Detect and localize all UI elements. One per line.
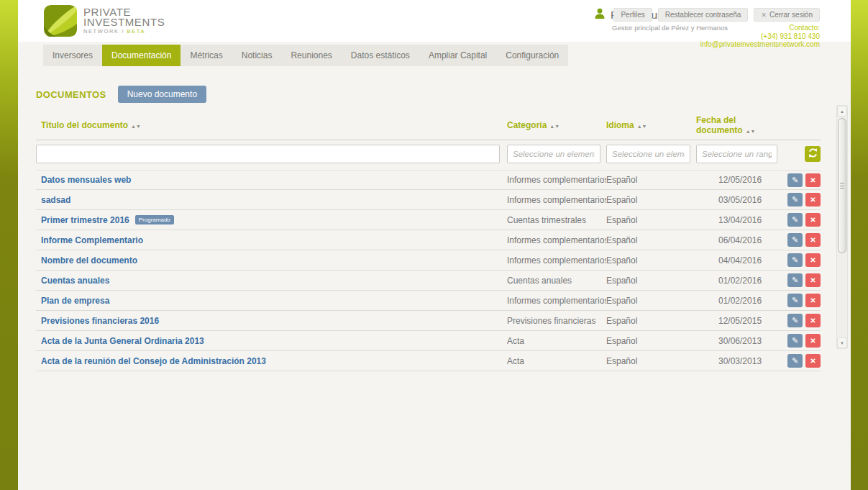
document-language: Español (606, 215, 696, 225)
delete-button[interactable]: ✕ (805, 334, 821, 348)
edit-button[interactable]: ✎ (787, 273, 803, 287)
document-category: Acta (507, 356, 606, 366)
document-link[interactable]: Primer trimestre 2016 (41, 215, 129, 225)
document-language: Español (606, 316, 696, 326)
document-language: Español (606, 195, 696, 205)
document-category: Informes complementarios (507, 296, 606, 306)
delete-button[interactable]: ✕ (805, 273, 821, 287)
nav-tab-documentaci-n[interactable]: Documentación (102, 45, 181, 66)
table-row: sadsadInformes complementariosEspañol03/… (36, 190, 821, 210)
sort-icon[interactable]: ▲▼ (637, 124, 647, 129)
edit-button[interactable]: ✎ (787, 193, 803, 207)
status-badge: Programado (135, 215, 174, 224)
delete-button[interactable]: ✕ (805, 213, 821, 227)
table-body: Datos mensuales webInformes complementar… (36, 170, 821, 371)
document-link[interactable]: Previsiones financieras 2016 (41, 316, 159, 326)
edit-button[interactable]: ✎ (787, 294, 803, 307)
document-category: Cuentas anuales (507, 276, 606, 286)
nav-tab-m-tricas[interactable]: Métricas (181, 45, 232, 66)
delete-button[interactable]: ✕ (805, 233, 821, 247)
document-link[interactable]: Datos mensuales web (41, 175, 131, 185)
nav-tab-ampliar-capital[interactable]: Ampliar Capital (419, 45, 496, 66)
sort-icon[interactable]: ▲▼ (746, 129, 756, 134)
document-date: 30/06/2013 (696, 336, 784, 346)
refresh-button[interactable] (805, 146, 821, 162)
document-language: Español (606, 255, 696, 266)
column-header-category[interactable]: Categoría▲▼ (507, 120, 606, 130)
document-language: Español (606, 175, 696, 185)
table-row: Previsiones financieras 2016Previsiones … (36, 311, 821, 331)
scrollbar-thumb[interactable] (838, 118, 846, 253)
document-language: Español (606, 356, 696, 366)
document-date: 06/04/2016 (696, 235, 784, 245)
nav-tab-inversores[interactable]: Inversores (43, 45, 102, 66)
document-language: Español (606, 336, 696, 346)
brand-logo-icon (44, 5, 77, 37)
filter-category-input[interactable] (507, 145, 600, 163)
brand-line3: NETWORK / BETA (83, 28, 165, 35)
document-language: Español (606, 235, 696, 245)
edit-button[interactable]: ✎ (787, 173, 803, 187)
delete-button[interactable]: ✕ (805, 253, 821, 267)
user-icon (593, 7, 606, 22)
delete-button[interactable]: ✕ (805, 314, 821, 327)
table-row: Nombre del documentoInformes complementa… (36, 250, 821, 271)
contact-block: Contacto: (+34) 931 810 430 info@private… (700, 24, 820, 49)
edit-button[interactable]: ✎ (787, 314, 803, 327)
filter-language-input[interactable] (606, 145, 690, 163)
refresh-icon (808, 148, 818, 160)
edit-button[interactable]: ✎ (787, 253, 803, 267)
delete-button[interactable]: ✕ (805, 193, 821, 207)
column-header-title[interactable]: Titulo del documento▲▼ (36, 120, 507, 130)
document-date: 01/02/2016 (696, 276, 784, 286)
logout-x-icon: ✕ (761, 12, 767, 19)
sort-icon[interactable]: ▲▼ (131, 124, 141, 129)
scrollbar-grip-icon (840, 183, 844, 189)
session-button-restablecer-contrase-a[interactable]: Restablecer contraseña (658, 8, 749, 22)
filter-date-input[interactable] (696, 145, 777, 163)
filter-title-input[interactable] (36, 145, 500, 163)
table-scrollbar[interactable]: ▲ ▼ (836, 105, 848, 349)
document-link[interactable]: Cuentas anuales (41, 276, 109, 286)
edit-button[interactable]: ✎ (787, 233, 803, 247)
delete-button[interactable]: ✕ (805, 173, 821, 187)
sort-icon[interactable]: ▲▼ (549, 124, 559, 129)
table-row: Plan de empresaInformes complementariosE… (36, 291, 821, 311)
document-category: Informes complementarios (507, 175, 606, 185)
nav-tab-noticias[interactable]: Noticias (232, 45, 282, 66)
column-header-language[interactable]: Idioma▲▼ (606, 120, 696, 130)
new-document-button[interactable]: Nuevo documento (118, 86, 206, 103)
nav-tab-reuniones[interactable]: Reuniones (281, 45, 341, 66)
session-button-perfiles[interactable]: Perfiles (613, 8, 652, 22)
scrollbar-down-button[interactable]: ▼ (837, 337, 847, 348)
page-title: DOCUMENTOS (36, 89, 106, 100)
document-link[interactable]: Informe Complementario (41, 235, 143, 245)
document-link[interactable]: Plan de empresa (41, 296, 109, 306)
document-link[interactable]: sadsad (41, 195, 70, 205)
edit-button[interactable]: ✎ (787, 213, 803, 227)
scrollbar-up-button[interactable]: ▲ (837, 106, 847, 117)
session-button-cerrar-sesi-n[interactable]: ✕Cerrar sesión (754, 8, 820, 22)
document-link[interactable]: Nombre del documento (41, 255, 137, 266)
nav-tab-configuraci-n[interactable]: Configuración (496, 45, 568, 66)
contact-phone: (+34) 931 810 430 (700, 32, 820, 41)
document-link[interactable]: Acta de la reunión del Consejo de Admini… (41, 356, 266, 366)
document-date: 03/05/2016 (696, 195, 784, 205)
page-container: PRIVATE INVESTMENTS NETWORK / BETA Pedro… (18, 0, 851, 490)
edit-button[interactable]: ✎ (787, 334, 803, 348)
nav-tab-datos-est-ticos[interactable]: Datos estáticos (342, 45, 419, 66)
column-header-date[interactable]: Fecha del documento▲▼ (696, 115, 784, 135)
document-date: 04/04/2016 (696, 255, 784, 266)
table-row: Primer trimestre 2016ProgramadoCuentas t… (36, 210, 821, 230)
document-date: 13/04/2016 (696, 215, 784, 225)
document-link[interactable]: Acta de la Junta General Ordinaria 2013 (41, 336, 204, 346)
main-content: DOCUMENTOS Nuevo documento Titulo del do… (18, 66, 851, 371)
brand-logo: PRIVATE INVESTMENTS NETWORK / BETA (44, 5, 165, 37)
document-category: Informes complementarios (507, 195, 606, 205)
delete-button[interactable]: ✕ (805, 294, 821, 307)
document-language: Español (606, 276, 696, 286)
delete-button[interactable]: ✕ (805, 354, 821, 368)
edit-button[interactable]: ✎ (787, 354, 803, 368)
document-category: Informes complementarios (507, 235, 606, 245)
contact-email-link[interactable]: info@privateinvestmentsnetwork.com (700, 40, 820, 48)
